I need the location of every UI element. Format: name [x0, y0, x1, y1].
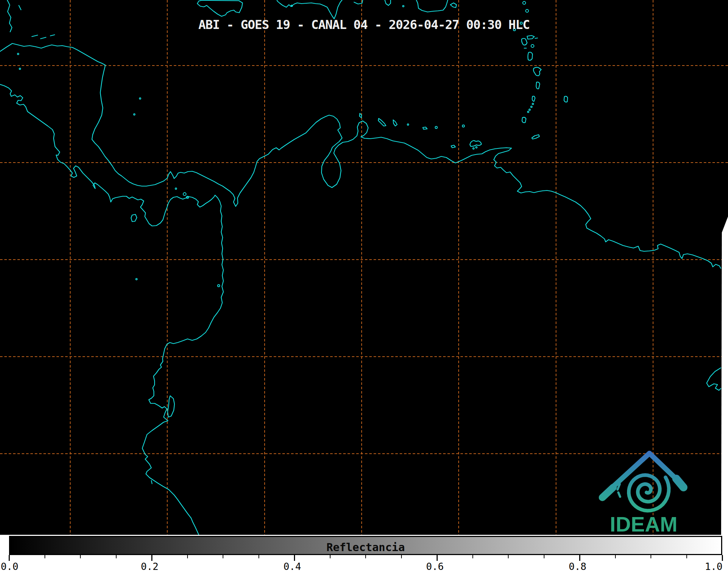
- coastline-path: [0, 43, 721, 268]
- minor-tick: [365, 555, 366, 558]
- minor-tick: [472, 555, 473, 558]
- coastline-path: [393, 120, 397, 126]
- major-tick: [579, 555, 580, 561]
- coastline-path: [131, 214, 137, 222]
- island-dot: [435, 126, 437, 129]
- island-dot: [527, 111, 529, 113]
- coastline-path: [535, 38, 538, 38]
- island-dot: [183, 193, 186, 196]
- island-dot: [531, 45, 534, 47]
- tick-label: 0.6: [426, 561, 444, 571]
- minor-tick: [686, 555, 687, 558]
- island-dot: [139, 98, 141, 99]
- coastline-path: [50, 35, 55, 36]
- coastline-path: [378, 118, 386, 126]
- tick-label: 1.0: [705, 561, 723, 571]
- colorbar-title: Reflectancia: [10, 541, 721, 554]
- island-dot: [17, 53, 19, 55]
- island-dot: [136, 278, 137, 280]
- coastline-path: [385, 0, 391, 5]
- tick-label: 0.4: [283, 561, 301, 571]
- major-tick: [151, 555, 152, 561]
- major-tick: [722, 555, 723, 561]
- scan-sector-edge: [721, 217, 728, 535]
- coastline-path: [707, 368, 721, 390]
- island-dot: [532, 103, 534, 105]
- coastline-path: [534, 67, 542, 76]
- satellite-map: IDEAM ABI - GOES 19 - CANAL 04 - 2026-04…: [0, 0, 728, 535]
- logo-brush-mark: [618, 492, 620, 497]
- coastline-path: [19, 5, 21, 10]
- coastline-path: [532, 96, 535, 101]
- island-dot: [523, 1, 526, 4]
- major-tick: [9, 555, 10, 561]
- coastline-path: [0, 84, 223, 535]
- island-dot: [218, 285, 220, 287]
- coastline-path: [416, 0, 448, 12]
- island-dot: [19, 68, 21, 70]
- ideam-logo: IDEAM: [602, 453, 683, 535]
- reflectance-colorbar: Reflectancia: [9, 536, 722, 555]
- coastline-path: [151, 480, 152, 484]
- coastline-path: [527, 35, 534, 39]
- coastline-path: [532, 135, 539, 139]
- minor-tick: [45, 555, 45, 558]
- coastline-path: [423, 127, 427, 129]
- island-dot: [134, 114, 135, 115]
- coastline-path: [528, 52, 533, 60]
- minor-tick: [223, 555, 223, 558]
- ideam-logo-text: IDEAM: [610, 512, 678, 535]
- minor-tick: [116, 555, 117, 558]
- island-dot: [473, 148, 474, 149]
- island-dot: [403, 5, 404, 7]
- coastline-path: [522, 117, 526, 123]
- minor-tick: [615, 555, 616, 558]
- minor-tick: [544, 555, 544, 558]
- minor-tick: [187, 555, 188, 558]
- coastline-path: [564, 96, 568, 102]
- image-title: ABI - GOES 19 - CANAL 04 - 2026-04-27 00…: [0, 17, 728, 32]
- coastline-path: [41, 37, 46, 39]
- tick-label: 0.0: [1, 561, 18, 571]
- tick-label: 0.8: [569, 561, 586, 571]
- logo-hurricane-spiral: [629, 475, 669, 511]
- coastline-path: [197, 0, 243, 16]
- coastline-path: [32, 35, 38, 37]
- colorbar-panel: Reflectancia 0.00.20.40.60.81.0: [0, 535, 728, 571]
- island-dot: [462, 125, 464, 127]
- coastline-path: [168, 396, 174, 417]
- coastlines: [0, 0, 721, 535]
- coastline-path: [522, 38, 527, 45]
- minor-tick: [258, 555, 259, 558]
- latlon-grid: [0, 0, 728, 535]
- coastline-path: [450, 3, 456, 8]
- map-canvas: IDEAM: [0, 0, 728, 535]
- coastline-path: [277, 0, 342, 19]
- tick-label: 0.2: [141, 561, 159, 571]
- minor-tick: [508, 555, 509, 558]
- major-tick: [294, 555, 295, 561]
- island-dot: [175, 188, 177, 189]
- major-tick: [437, 555, 438, 561]
- island-dot: [476, 147, 477, 148]
- minor-tick: [330, 555, 331, 558]
- island-dot: [529, 109, 530, 110]
- minor-tick: [401, 555, 402, 558]
- logo-mountain-stroke: [676, 479, 683, 487]
- minor-tick: [80, 555, 81, 558]
- logo-mountain-stroke: [602, 487, 613, 497]
- coastline-path: [536, 82, 540, 89]
- satellite-image-viewer: IDEAM ABI - GOES 19 - CANAL 04 - 2026-04…: [0, 0, 728, 571]
- island-dot: [407, 124, 409, 125]
- minor-tick: [651, 555, 651, 558]
- coastline-path: [451, 145, 455, 148]
- coastline-path: [470, 140, 481, 146]
- island-dot: [531, 106, 532, 108]
- island-dot: [526, 9, 529, 12]
